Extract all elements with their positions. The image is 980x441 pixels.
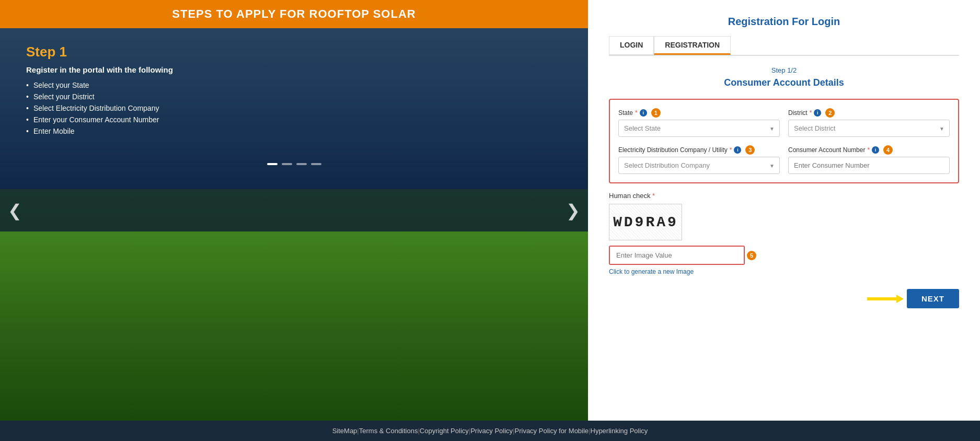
step-indicator: Step 1/2	[609, 66, 959, 74]
captcha-step-num: 5	[747, 251, 756, 260]
footer: SiteMap | Terms & Conditions | Copyright…	[0, 421, 980, 441]
distribution-label: Electricity Distribution Company / Utili…	[618, 145, 780, 155]
carousel-dot-2	[282, 163, 292, 165]
form-section-title: Consumer Account Details	[609, 77, 959, 88]
footer-hyperlinking[interactable]: Hyperlinking Policy	[591, 427, 648, 435]
distribution-step-num: 3	[745, 145, 755, 155]
distribution-select-wrapper: Select Distribution Company	[618, 157, 780, 174]
form-row-1: State * i 1 Select State District *	[618, 108, 950, 137]
footer-privacy[interactable]: Privacy Policy	[470, 427, 513, 435]
step-subtitle: Register in the portal with the followin…	[26, 65, 562, 74]
captcha-refresh-link[interactable]: Click to generate a new Image	[609, 268, 959, 275]
district-select-wrapper: Select District	[788, 120, 950, 137]
carousel-dots	[0, 163, 588, 165]
step-list: Select your State Select your District S…	[26, 79, 562, 137]
banner-text: STEPS TO APPLY FOR ROOFTOP SOLAR	[172, 7, 416, 20]
banner: STEPS TO APPLY FOR ROOFTOP SOLAR	[0, 0, 588, 28]
state-group: State * i 1 Select State	[618, 108, 780, 137]
captcha-input[interactable]	[610, 247, 744, 264]
list-item: Enter Mobile	[26, 125, 562, 137]
distribution-required: *	[730, 146, 732, 154]
footer-terms[interactable]: Terms & Conditions	[359, 427, 418, 435]
district-step-num: 2	[825, 108, 835, 118]
district-info-icon: i	[814, 109, 821, 117]
captcha-input-wrapper: 5	[609, 246, 745, 265]
form-grid: State * i 1 Select State District *	[609, 99, 959, 183]
tab-login[interactable]: LOGIN	[609, 36, 654, 55]
list-item: Select your District	[26, 91, 562, 102]
next-area: NEXT	[609, 289, 959, 308]
distribution-select[interactable]: Select Distribution Company	[618, 157, 780, 174]
consumer-info-icon: i	[872, 146, 879, 154]
next-button[interactable]: NEXT	[907, 289, 959, 308]
distribution-info-icon: i	[734, 146, 741, 154]
district-required: *	[810, 109, 812, 117]
state-label: State * i 1	[618, 108, 780, 118]
carousel-dot-1	[267, 163, 278, 165]
carousel-dot-3	[296, 163, 307, 165]
carousel-next-button[interactable]: ❯	[561, 195, 585, 226]
captcha-section: Human check * WD9RA9 5 Click to generate…	[609, 192, 959, 275]
right-panel: Registration For Login LOGIN REGISTRATIO…	[588, 0, 980, 421]
consumer-required: *	[867, 146, 870, 154]
consumer-account-label: Consumer Account Number * i 4	[788, 145, 950, 155]
registration-title: Registration For Login	[609, 16, 959, 28]
state-info-icon: i	[640, 109, 647, 117]
district-label: District * i 2	[788, 108, 950, 118]
state-select[interactable]: Select State	[618, 120, 780, 137]
captcha-image: WD9RA9	[609, 204, 682, 240]
footer-privacy-mobile[interactable]: Privacy Policy for Mobile	[515, 427, 589, 435]
state-required: *	[635, 109, 638, 117]
step-title: Step 1	[26, 44, 562, 60]
list-item: Enter your Consumer Account Number	[26, 114, 562, 125]
footer-copyright[interactable]: Copyright Policy	[420, 427, 469, 435]
captcha-required: *	[652, 192, 655, 200]
consumer-account-group: Consumer Account Number * i 4	[788, 145, 950, 174]
carousel-prev-button[interactable]: ❮	[3, 195, 27, 226]
arrow-shaft	[867, 297, 898, 300]
list-item: Select your State	[26, 79, 562, 91]
left-panel: STEPS TO APPLY FOR ROOFTOP SOLAR ❮ ❯ Ste…	[0, 0, 588, 421]
tab-registration[interactable]: REGISTRATION	[654, 36, 731, 55]
captcha-label: Human check *	[609, 192, 959, 200]
form-row-2: Electricity Distribution Company / Utili…	[618, 145, 950, 174]
consumer-account-input[interactable]	[788, 157, 950, 174]
tab-bar: LOGIN REGISTRATION	[609, 36, 959, 56]
arrow-indicator	[867, 297, 898, 300]
state-select-wrapper: Select State	[618, 120, 780, 137]
carousel-dot-4	[311, 163, 321, 165]
consumer-step-num: 4	[883, 145, 893, 155]
state-step-num: 1	[651, 108, 661, 118]
district-select[interactable]: Select District	[788, 120, 950, 137]
captcha-display-text: WD9RA9	[613, 214, 678, 230]
footer-sitemap[interactable]: SiteMap	[332, 427, 358, 435]
district-group: District * i 2 Select District	[788, 108, 950, 137]
distribution-group: Electricity Distribution Company / Utili…	[618, 145, 780, 174]
list-item: Select Electricity Distribution Company	[26, 102, 562, 114]
step-content: Step 1 Register in the portal with the f…	[0, 28, 588, 153]
